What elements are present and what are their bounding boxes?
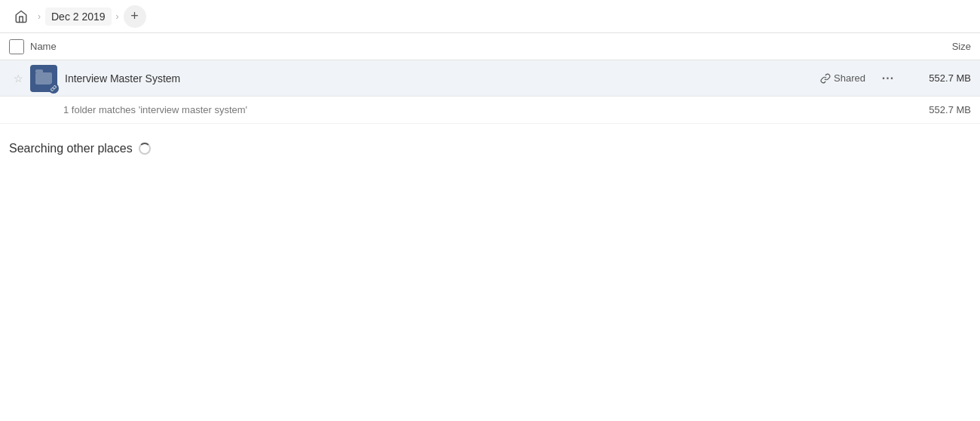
shared-badge: Shared [820,72,865,84]
home-icon [14,10,28,23]
column-name-header: Name [30,41,896,52]
shared-link-icon [820,73,831,84]
folder-shape [35,72,52,85]
star-button[interactable]: ☆ [9,69,27,88]
column-size-header: Size [896,41,971,52]
ellipsis-icon: ··· [882,72,894,85]
add-icon: + [130,8,139,24]
link-badge [48,83,59,94]
breadcrumb-chevron-1: › [38,11,41,22]
match-size: 552.7 MB [911,104,971,115]
loading-spinner [139,143,151,155]
match-text: 1 folder matches 'interview master syste… [63,104,911,115]
breadcrumb-date-label: Dec 2 2019 [51,11,106,23]
link-icon [51,85,57,91]
star-icon: ☆ [14,72,23,85]
breadcrumb-chevron-2: › [116,11,119,22]
add-button[interactable]: + [124,5,146,28]
shared-label: Shared [834,72,865,84]
file-list-item[interactable]: ☆ Interview Master System Shared ··· 552… [0,60,980,97]
file-size-value: 552.7 MB [911,72,971,84]
searching-section: Searching other places [0,124,980,174]
home-button[interactable] [9,5,33,29]
folder-icon [30,65,57,92]
more-options-button[interactable]: ··· [877,68,899,89]
select-all-checkbox[interactable] [9,39,24,54]
match-info-row: 1 folder matches 'interview master syste… [0,97,980,124]
column-header: Name Size [0,33,980,60]
searching-title: Searching other places [9,142,133,155]
file-name-label: Interview Master System [65,72,820,85]
breadcrumb-date[interactable]: Dec 2 2019 [45,8,112,26]
breadcrumb-bar: › Dec 2 2019 › + [0,0,980,33]
